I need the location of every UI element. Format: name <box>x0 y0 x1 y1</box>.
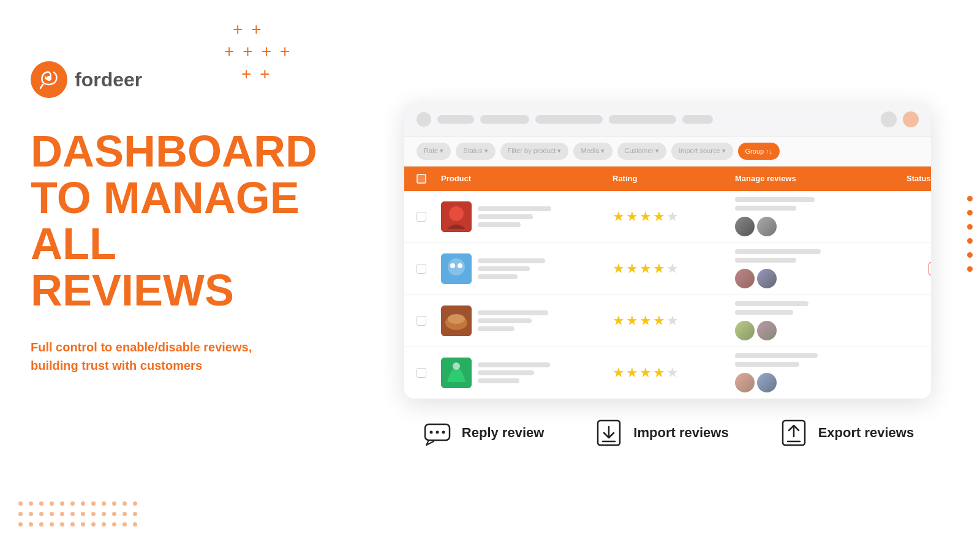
table-row: ★★★★★ Hide ✏ 💬 🗑 <box>404 347 931 399</box>
svg-point-16 <box>442 430 445 433</box>
svg-point-14 <box>429 430 432 433</box>
feature-import-reviews[interactable]: Import reviews <box>593 417 728 449</box>
nav-item-4 <box>609 115 676 124</box>
brand-name: fordeer <box>75 69 142 91</box>
filter-customer[interactable]: Customer ▾ <box>617 143 667 160</box>
brand-logo-icon <box>31 61 67 98</box>
nav-search-icon <box>881 111 897 127</box>
row2-review-line2 <box>735 258 796 263</box>
row2-status: Disapproved <box>907 262 931 276</box>
headline-line1: DASHBOARD <box>31 129 325 175</box>
svg-point-7 <box>458 263 462 268</box>
headline: DASHBOARD TO MANAGE ALL REVIEWS <box>31 129 325 313</box>
row3-product-image <box>441 305 472 336</box>
export-reviews-label: Export reviews <box>818 425 914 441</box>
row3-avatar1 <box>735 321 755 340</box>
table-header: Product Rating Manage reviews Status Act… <box>404 167 931 191</box>
row1-status: Approved <box>907 210 931 223</box>
logo-area: fordeer <box>31 61 325 98</box>
row3-rating: ★★★★★ <box>612 313 735 329</box>
svg-point-6 <box>450 263 455 268</box>
row1-avatar1 <box>735 217 755 236</box>
row3-product-name-line <box>478 310 548 315</box>
row3-review-line2 <box>735 310 793 315</box>
filter-import-source[interactable]: Import source ▾ <box>671 143 733 160</box>
row4-avatar1 <box>735 373 755 392</box>
filter-customer-label: Customer ▾ <box>625 147 660 155</box>
row2-manage <box>735 249 907 288</box>
feature-export-reviews[interactable]: Export reviews <box>778 417 914 449</box>
row4-product-desc-line2 <box>478 378 519 383</box>
filter-product[interactable]: Filter by product ▾ <box>500 143 569 160</box>
row3-avatar2 <box>757 321 777 340</box>
nav-bar <box>404 103 931 137</box>
row2-checkbox[interactable] <box>417 264 441 274</box>
th-manage-reviews: Manage reviews <box>735 174 907 183</box>
table-row: ★★★★★ Disapproved ✏ 💬 🗑 <box>404 243 931 295</box>
nav-item-5 <box>682 115 713 124</box>
row2-avatar2 <box>757 269 777 288</box>
row1-product-desc-line1 <box>478 214 533 219</box>
row4-status: Hide <box>907 366 931 380</box>
filter-import-label: Import source ▾ <box>679 147 725 155</box>
row1-avatars <box>735 217 907 236</box>
row2-product-info <box>478 258 545 279</box>
nav-item-2 <box>480 115 529 124</box>
reply-review-label: Reply review <box>462 425 545 441</box>
table-row: ★★★★★ Approved ✏ 💬 🗑 <box>404 191 931 243</box>
row1-product <box>441 201 612 232</box>
row1-product-info <box>478 206 551 227</box>
row3-product <box>441 305 612 336</box>
row3-product-desc-line1 <box>478 318 532 323</box>
filter-active-label: Group ↑↓ <box>745 148 773 155</box>
filter-all[interactable]: Rate ▾ <box>417 143 451 160</box>
row4-product-image <box>441 358 472 388</box>
filter-all-label: Rate ▾ <box>424 147 443 155</box>
filter-status[interactable]: Status ▾ <box>456 143 495 160</box>
svg-point-3 <box>449 206 464 221</box>
subtext: Full control to enable/disable reviews,b… <box>31 338 325 375</box>
filter-status-label: Status ▾ <box>463 147 488 155</box>
row4-avatar2 <box>757 373 777 392</box>
svg-point-5 <box>448 258 465 276</box>
row4-manage <box>735 353 907 392</box>
th-status: Status <box>907 174 931 183</box>
filter-active[interactable]: Group ↑↓ <box>738 143 780 160</box>
row3-product-desc-line2 <box>478 326 514 331</box>
table-body: ★★★★★ Approved ✏ 💬 🗑 <box>404 191 931 399</box>
feature-row: Reply review Import reviews <box>409 417 926 449</box>
filter-media[interactable]: Media ▾ <box>573 143 612 160</box>
row3-status: Pending <box>907 314 931 328</box>
row1-review-line1 <box>735 197 815 202</box>
row1-review-line2 <box>735 206 796 211</box>
row1-product-desc-line2 <box>478 222 521 227</box>
row4-review-line2 <box>735 362 799 367</box>
dot-grid-decoration <box>18 501 137 527</box>
row2-rating: ★★★★★ <box>612 261 735 277</box>
row2-product-desc-line1 <box>478 266 530 271</box>
filter-product-label: Filter by product ▾ <box>508 147 562 155</box>
row4-avatars <box>735 373 907 392</box>
filter-bar: Rate ▾ Status ▾ Filter by product ▾ Medi… <box>404 137 931 167</box>
row4-product-desc-line1 <box>478 370 534 375</box>
row2-product-image <box>441 253 472 284</box>
left-panel: fordeer DASHBOARD TO MANAGE ALL REVIEWS … <box>0 0 355 551</box>
row1-product-name-line <box>478 206 551 211</box>
row2-avatar1 <box>735 269 755 288</box>
row2-status-badge: Disapproved <box>929 262 931 276</box>
row3-checkbox[interactable] <box>417 316 441 326</box>
nav-item-1 <box>437 115 474 124</box>
row2-product <box>441 253 612 284</box>
row2-review-line1 <box>735 249 821 254</box>
headline-line2: TO MANAGE ALL <box>31 175 325 268</box>
svg-point-12 <box>453 362 460 370</box>
nav-avatar <box>417 112 431 127</box>
row4-product-info <box>478 362 550 383</box>
row4-checkbox[interactable] <box>417 368 441 378</box>
feature-reply-review[interactable]: Reply review <box>421 417 545 449</box>
row3-manage <box>735 301 907 340</box>
nav-item-3 <box>535 115 603 124</box>
svg-point-1 <box>47 76 51 81</box>
row1-checkbox[interactable] <box>417 212 441 222</box>
row4-product-name-line <box>478 362 550 367</box>
